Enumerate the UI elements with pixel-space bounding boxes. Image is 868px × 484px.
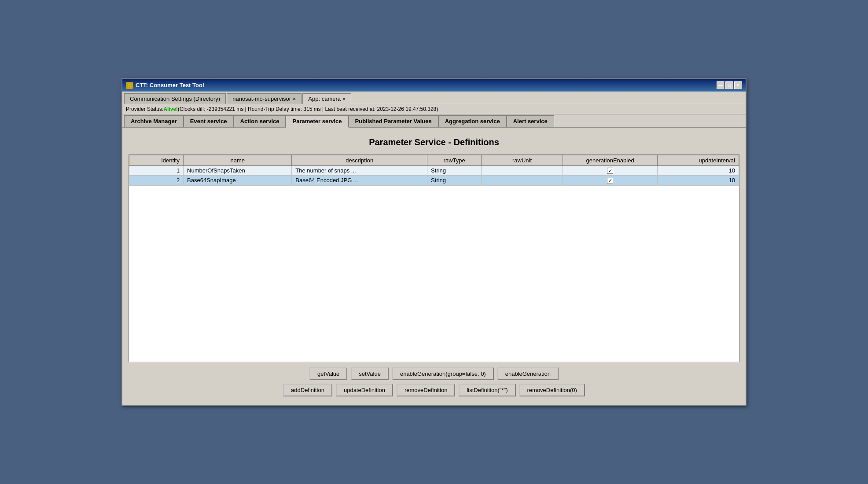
buttons-row-1: getValue setValue enableGeneration(group… (309, 367, 559, 380)
cell-generation-2: ✓ (563, 176, 657, 186)
table-row[interactable]: 1 NumberOfSnapsTaken The number of snaps… (129, 165, 739, 176)
cell-generation-1: ✓ (563, 165, 657, 176)
cell-rawunit-1 (482, 165, 563, 176)
cell-rawtype-2: String (427, 176, 482, 186)
add-definition-button[interactable]: addDefinition (283, 384, 332, 396)
close-button[interactable]: ✕ (734, 81, 742, 89)
status-details: (Clocks diff: -239354221 ms | Round-Trip… (178, 106, 438, 112)
col-header-name: name (184, 155, 292, 165)
cell-description-2: Base64 Encoded JPG ... (292, 176, 427, 186)
cell-interval-1: 10 (658, 165, 739, 176)
status-bar: Provider Status: Alive! (Clocks diff: -2… (122, 104, 746, 114)
table-row[interactable]: 2 Base64SnapImage Base64 Encoded JPG ...… (129, 176, 739, 186)
list-definition-button[interactable]: listDefinition("*") (459, 384, 515, 396)
title-bar-controls: — □ ✕ (717, 81, 742, 89)
top-tabs: Communication Settings (Directory) nanos… (122, 92, 746, 104)
checkbox-generation-1: ✓ (607, 168, 613, 174)
remove-definition-button[interactable]: removeDefinition (397, 384, 456, 396)
cell-description-1: The number of snaps ... (292, 165, 427, 176)
main-window: ☆ CTT: Consumer Test Tool — □ ✕ Communic… (121, 78, 747, 406)
title-bar-left: ☆ CTT: Consumer Test Tool (126, 82, 204, 89)
nav-tab-aggregation-service[interactable]: Aggregation service (438, 115, 507, 127)
main-content: Parameter Service - Definitions Identity… (122, 128, 746, 405)
enable-generation-button[interactable]: enableGeneration (497, 367, 559, 380)
col-header-generation: generationEnabled (563, 155, 657, 165)
title-bar: ☆ CTT: Consumer Test Tool — □ ✕ (122, 79, 746, 92)
remove-definition-0-button[interactable]: removeDefinition(0) (519, 384, 585, 396)
set-value-button[interactable]: setValue (351, 367, 389, 380)
col-header-rawunit: rawUnit (482, 155, 563, 165)
table-container: Identity name description rawType rawUni… (129, 154, 739, 362)
window-title: CTT: Consumer Test Tool (136, 82, 204, 88)
app-icon: ☆ (126, 82, 133, 89)
buttons-row-2: addDefinition updateDefinition removeDef… (283, 384, 585, 396)
nav-tab-event-service[interactable]: Event service (184, 115, 234, 127)
cell-rawtype-1: String (427, 165, 482, 176)
nav-tab-parameter-service[interactable]: Parameter service (286, 115, 348, 128)
col-header-description: description (292, 155, 427, 165)
col-header-interval: updateInterval (658, 155, 739, 165)
cell-identity-2: 2 (129, 176, 184, 186)
definitions-table: Identity name description rawType rawUni… (129, 155, 739, 186)
status-prefix: Provider Status: (126, 106, 163, 112)
nav-tabs: Archive Manager Event service Action ser… (122, 114, 746, 128)
enable-generation-group-button[interactable]: enableGeneration(group=false, 0) (392, 367, 494, 380)
nav-tab-archive-manager[interactable]: Archive Manager (124, 115, 184, 127)
col-header-identity: Identity (129, 155, 184, 165)
tab-communication-settings[interactable]: Communication Settings (Directory) (124, 93, 226, 104)
update-definition-button[interactable]: updateDefinition (336, 384, 393, 396)
cell-name-1: NumberOfSnapsTaken (184, 165, 292, 176)
get-value-button[interactable]: getValue (309, 367, 347, 380)
page-title: Parameter Service - Definitions (127, 132, 741, 154)
minimize-button[interactable]: — (717, 81, 725, 89)
nav-tab-action-service[interactable]: Action service (234, 115, 286, 127)
maximize-button[interactable]: □ (725, 81, 733, 89)
cell-name-2: Base64SnapImage (184, 176, 292, 186)
checkbox-generation-2: ✓ (607, 178, 613, 184)
tab-nanosat[interactable]: nanosat-mo-supervisor × (227, 93, 302, 104)
nav-tab-published-parameter-values[interactable]: Published Parameter Values (349, 115, 438, 127)
tab-app-camera[interactable]: App: camera × (302, 93, 351, 104)
col-header-rawtype: rawType (427, 155, 482, 165)
status-alive: Alive! (163, 106, 178, 112)
cell-interval-2: 10 (658, 176, 739, 186)
nav-tab-alert-service[interactable]: Alert service (507, 115, 554, 127)
bottom-buttons: getValue setValue enableGeneration(group… (127, 362, 741, 401)
cell-rawunit-2 (482, 176, 563, 186)
cell-identity-1: 1 (129, 165, 184, 176)
table-empty-area (129, 186, 739, 362)
